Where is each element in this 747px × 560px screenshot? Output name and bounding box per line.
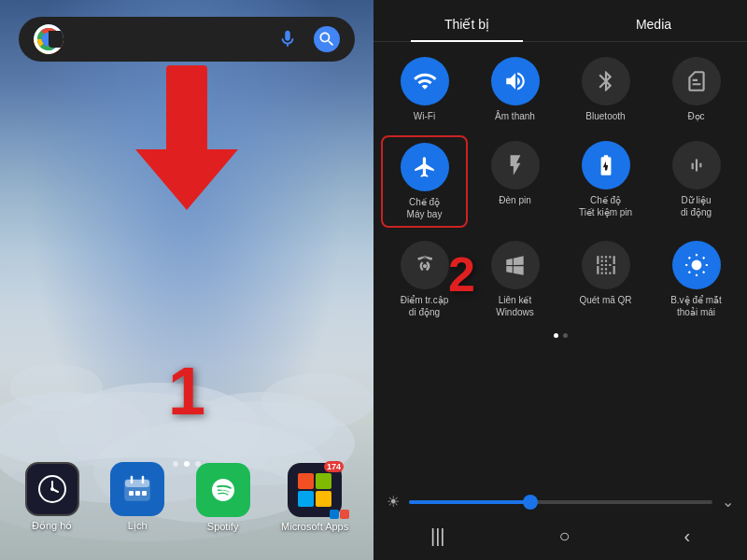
panel-tabs: Thiết bị Media [374, 0, 747, 42]
panel-dot-row [374, 329, 747, 342]
bluetooth-icon [582, 57, 630, 105]
calendar-app-icon [110, 462, 164, 516]
brightness-fill [409, 500, 530, 504]
dock-item-spotify[interactable]: Spotify [196, 463, 250, 532]
dock-item-clock[interactable]: Đồng hồ [25, 462, 79, 532]
flashlight-label: Đèn pin [499, 194, 530, 206]
dock-item-calendar[interactable]: Lịch [110, 462, 164, 532]
panel-dot-1 [554, 333, 558, 338]
step-number-1: 1 [168, 353, 205, 429]
toggle-windows[interactable]: Liên kếtWindows [472, 235, 558, 324]
eyecomfort-icon [672, 241, 721, 289]
nav-home-button[interactable]: ○ [558, 525, 570, 547]
row3-toggles: Điểm tr.cậpdi động Liên kếtWindows Quét … [374, 233, 747, 329]
airplane-icon [401, 143, 449, 191]
right-panel: Thiết bị Media Wi-Fi Âm thanh [374, 0, 747, 560]
spotify-app-icon [196, 463, 250, 517]
nav-back-button[interactable]: ‹ [684, 525, 690, 547]
data-icon [672, 141, 721, 189]
msapps-label: Microsoft Apps [281, 521, 348, 532]
nav-recent-button[interactable]: ||| [430, 525, 445, 547]
wifi-label: Wi-Fi [414, 110, 435, 122]
data-label: Dữ liệudi động [681, 194, 712, 218]
toggle-flashlight[interactable]: Đèn pin [472, 135, 558, 228]
brightness-slider[interactable] [409, 500, 712, 504]
toggle-eyecomfort[interactable]: B.vệ để mắtthoải mái [653, 235, 740, 324]
svg-rect-10 [135, 491, 140, 496]
calendar-label: Lịch [128, 520, 148, 532]
row2-toggles: Chế độMáy bay Đèn pin Chế độTiết kiệm pi… [374, 133, 747, 233]
msapps-badge: 174 [324, 461, 344, 472]
nav-bar: ||| ○ ‹ [374, 516, 747, 560]
read-icon [672, 57, 721, 105]
mic-icon[interactable] [275, 26, 301, 52]
read-label: Đọc [687, 110, 704, 122]
clock-app-icon [25, 462, 79, 516]
search-right-icons [275, 26, 340, 52]
windows-icon [491, 241, 540, 289]
qr-icon [582, 241, 630, 289]
brightness-row: ☀ ⌄ [374, 487, 747, 516]
brightness-low-icon: ☀ [387, 493, 400, 511]
panel-dot-2 [563, 333, 568, 338]
spotify-label: Spotify [207, 521, 239, 532]
red-arrow [135, 65, 238, 210]
eyecomfort-label: B.vệ để mắtthoải mái [670, 294, 722, 318]
battery-label: Chế độTiết kiệm pin [579, 194, 632, 218]
hotspot-icon [401, 241, 449, 289]
toggle-sound[interactable]: Âm thanh [472, 51, 558, 128]
airplane-label: Chế độMáy bay [407, 196, 443, 220]
toggle-data[interactable]: Dữ liệudi động [653, 135, 740, 228]
msapps-app-icon: 174 [288, 463, 342, 517]
windows-label: Liên kếtWindows [496, 294, 534, 318]
svg-point-4 [50, 487, 54, 491]
toggle-hotspot[interactable]: Điểm tr.cậpdi động [381, 235, 468, 324]
row1-toggles: Wi-Fi Âm thanh Bluetooth [374, 42, 747, 133]
sound-icon [491, 57, 540, 105]
tab-media[interactable]: Media [560, 7, 747, 41]
qr-label: Quét mã QR [579, 294, 631, 306]
bluetooth-label: Bluetooth [585, 110, 625, 122]
battery-icon [582, 141, 630, 189]
dock: Đồng hồ Lịch [9, 462, 364, 532]
svg-rect-6 [125, 480, 149, 487]
toggle-airplane[interactable]: Chế độMáy bay [381, 135, 468, 228]
left-panel: 1 Đồng hồ [0, 0, 374, 560]
clock-label: Đồng hồ [32, 520, 72, 532]
toggle-read[interactable]: Đọc [653, 51, 740, 128]
wifi-icon [401, 57, 449, 105]
dock-item-msapps[interactable]: 174 Microsoft Apps [281, 463, 348, 532]
svg-rect-9 [129, 491, 134, 496]
lens-icon[interactable] [314, 26, 340, 52]
svg-rect-11 [142, 491, 147, 496]
brightness-thumb [523, 495, 538, 510]
tab-device[interactable]: Thiết bị [374, 7, 560, 41]
toggle-bluetooth[interactable]: Bluetooth [562, 51, 649, 128]
toggle-battery[interactable]: Chế độTiết kiệm pin [562, 135, 649, 228]
hotspot-label: Điểm tr.cậpdi động [401, 294, 448, 318]
brightness-expand-icon[interactable]: ⌄ [722, 493, 734, 511]
toggle-wifi[interactable]: Wi-Fi [381, 51, 468, 128]
toggle-qr[interactable]: Quét mã QR [562, 235, 649, 324]
flashlight-icon [491, 141, 540, 189]
sound-label: Âm thanh [495, 110, 535, 122]
google-logo [34, 24, 63, 54]
svg-point-12 [691, 260, 701, 271]
search-bar[interactable] [19, 17, 355, 62]
